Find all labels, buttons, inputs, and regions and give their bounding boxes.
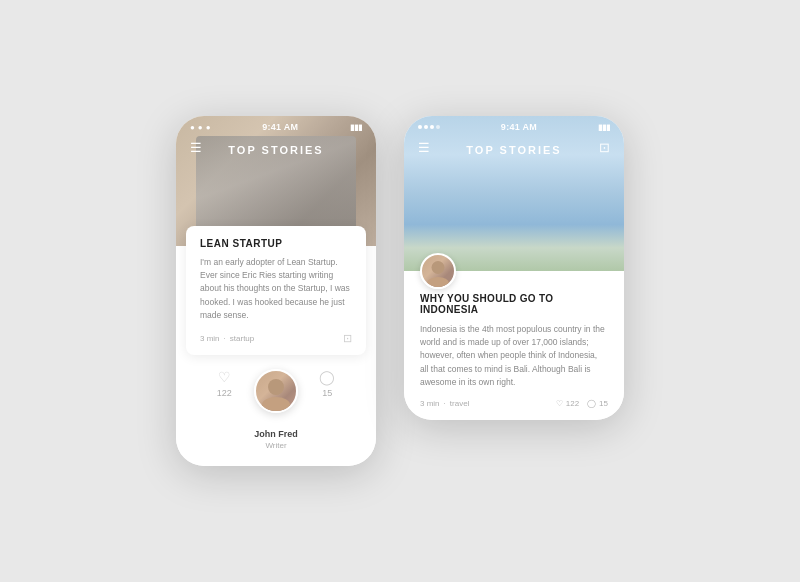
meta-tag: startup [230,334,254,343]
dot3 [430,125,434,129]
signal-icons: ● ● ● [190,123,211,132]
article-heart-icon: ♡ [556,399,563,408]
article-text: Indonesia is the 4th most populous count… [420,323,608,389]
phone-1: ☰ TOP STORIES ● ● ● 9:41 AM ▮▮▮ LEAN STA… [176,116,376,466]
card-meta: 3 min · startup ⊡ [200,332,352,345]
article-meta: 3 min · travel ♡ 122 ◯ 15 [420,399,608,408]
phone2-hero: ☰ TOP STORIES ⊡ [404,116,624,271]
likes-count: 122 [217,388,232,398]
phone-2: 9:41 AM ▮▮▮ ☰ TOP STORIES ⊡ WHY YOU SHOU… [404,116,624,420]
comments-count: 15 [322,388,332,398]
card-title: LEAN STARTUP [200,238,352,249]
small-author-avatar[interactable] [420,253,456,289]
battery-icon: ▮▮▮ [350,123,362,132]
card-meta-left: 3 min · startup [200,334,254,343]
article-meta-dot: · [444,399,446,408]
author-actions: ♡ 122 ◯ 15 [176,369,376,413]
author-role: Writer [265,441,286,450]
status-time: 9:41 AM [262,122,298,132]
article-comments-count: 15 [599,399,608,408]
dot1 [418,125,422,129]
article-comments[interactable]: ◯ 15 [587,399,608,408]
article-likes-count: 122 [566,399,579,408]
meta-dot: · [224,334,226,343]
article-title: WHY YOU SHOULD GO TO INDONESIA [420,293,608,315]
signal-dot1: ● [190,123,195,132]
phone2-nav-title: TOP STORIES [466,144,561,156]
article-card: LEAN STARTUP I'm an early adopter of Lea… [186,226,366,355]
heart-icon: ♡ [218,369,231,385]
article-meta-left: 3 min · travel [420,399,469,408]
comments-action[interactable]: ◯ 15 [319,369,335,413]
author-name: John Fred [254,429,298,439]
card-text: I'm an early adopter of Lean Startup. Ev… [200,256,352,322]
article-read-time: 3 min [420,399,440,408]
author-section: ♡ 122 ◯ 15 John Fred Writer [176,355,376,466]
article-comment-icon: ◯ [587,399,596,408]
dot2 [424,125,428,129]
card-bookmark-icon[interactable]: ⊡ [343,332,352,345]
phone1-nav-title: TOP STORIES [228,144,323,156]
signal-dot3: ● [206,123,211,132]
read-time: 3 min [200,334,220,343]
signal-dots [418,125,440,129]
phone1-status-bar: ● ● ● 9:41 AM ▮▮▮ [176,116,376,136]
article-likes[interactable]: ♡ 122 [556,399,579,408]
article-meta-tag: travel [450,399,470,408]
article-stats: ♡ 122 ◯ 15 [556,399,608,408]
signal-dot2: ● [198,123,203,132]
phone2-article-card: WHY YOU SHOULD GO TO INDONESIA Indonesia… [404,271,624,420]
dot4 [436,125,440,129]
phone2-status-bar: 9:41 AM ▮▮▮ [404,116,624,136]
comment-icon: ◯ [319,369,335,385]
phone2-status-time: 9:41 AM [501,122,537,132]
author-avatar[interactable] [254,369,298,413]
phone2-battery-icon: ▮▮▮ [598,123,610,132]
likes-action[interactable]: ♡ 122 [217,369,232,413]
